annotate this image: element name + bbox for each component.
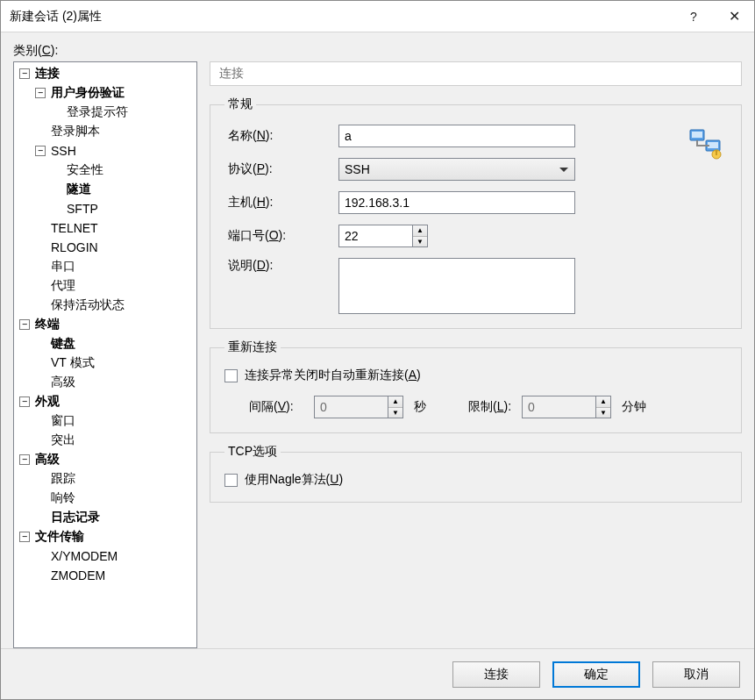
tree-item-highlight[interactable]: 突出 [33, 431, 196, 450]
label-seconds: 秒 [414, 399, 426, 415]
category-label: 类别(C): [13, 43, 742, 59]
dialog-body: 类别(C): −连接 −用户身份验证 登录提示符 [1, 32, 754, 648]
host-input[interactable] [338, 191, 575, 214]
port-input[interactable] [338, 225, 412, 247]
tree-item-terminal[interactable]: −终端 [18, 315, 196, 334]
right-pane: 连接 常规 [210, 61, 742, 648]
tree-item-keepalive[interactable]: 保持活动状态 [33, 296, 196, 315]
network-icon [688, 128, 723, 160]
group-reconnect: 重新连接 连接异常关闭时自动重新连接(A) 间隔(V): ▲▼ [210, 339, 742, 433]
window-title: 新建会话 (2)属性 [10, 9, 673, 25]
tree-item-serial[interactable]: 串口 [33, 257, 196, 276]
tree-item-tunnel[interactable]: 隧道 [49, 180, 196, 199]
help-button[interactable]: ? [673, 1, 714, 32]
titlebar: 新建会话 (2)属性 ? ✕ [1, 1, 754, 32]
tree-item-user-auth[interactable]: −用户身份验证 [33, 83, 196, 103]
tree-item-trace[interactable]: 跟踪 [33, 469, 196, 489]
auto-reconnect-checkbox[interactable] [224, 369, 238, 382]
tree-item-login-script[interactable]: 登录脚本 [33, 122, 196, 141]
group-general-title: 常规 [224, 96, 256, 112]
label-minutes: 分钟 [622, 399, 646, 415]
close-button[interactable]: ✕ [714, 1, 754, 32]
cancel-button[interactable]: 取消 [652, 661, 740, 688]
interval-input [314, 396, 388, 418]
limit-spinner: ▲▼ [522, 396, 611, 418]
ok-button[interactable]: 确定 [552, 661, 640, 688]
label-protocol: 协议(P): [224, 161, 338, 177]
tree-item-connection[interactable]: −连接 [18, 64, 196, 83]
label-description: 说明(D): [224, 258, 338, 274]
interval-spinner: ▲▼ [314, 396, 403, 418]
nagle-label: 使用Nagle算法(U) [245, 472, 343, 488]
auto-reconnect-label: 连接异常关闭时自动重新连接(A) [245, 368, 421, 383]
spin-down-icon: ▼ [388, 408, 402, 418]
tree-item-rlogin[interactable]: RLOGIN [33, 238, 196, 257]
nagle-checkbox[interactable] [224, 474, 238, 487]
group-general: 常规 名称(N): [210, 96, 742, 329]
tree-item-login-prompt[interactable]: 登录提示符 [49, 103, 196, 122]
auto-reconnect-checkbox-row[interactable]: 连接异常关闭时自动重新连接(A) [224, 368, 727, 383]
description-textarea[interactable] [338, 258, 575, 314]
label-interval: 间隔(V): [249, 399, 303, 415]
tree-item-sftp[interactable]: SFTP [49, 199, 196, 218]
name-input[interactable] [338, 125, 575, 147]
tree-item-security[interactable]: 安全性 [49, 161, 196, 180]
tree-item-zmodem[interactable]: ZMODEM [33, 566, 196, 585]
connect-button[interactable]: 连接 [452, 661, 540, 688]
category-tree[interactable]: −连接 −用户身份验证 登录提示符 登录脚本 −SSH [13, 61, 197, 648]
tree-item-bell[interactable]: 响铃 [33, 489, 196, 508]
label-host: 主机(H): [224, 195, 338, 211]
spin-down-icon: ▼ [596, 408, 610, 418]
label-name: 名称(N): [224, 128, 338, 144]
group-reconnect-title: 重新连接 [224, 339, 281, 355]
tree-item-logging[interactable]: 日志记录 [33, 508, 196, 527]
dialog-footer: 连接 确定 取消 [1, 648, 754, 699]
tree-item-vt-mode[interactable]: VT 模式 [33, 354, 196, 373]
tree-item-file-transfer[interactable]: −文件传输 [18, 527, 196, 546]
path-display: 连接 [210, 61, 742, 86]
tree-item-window[interactable]: 窗口 [33, 411, 196, 431]
tree-item-xymodem[interactable]: X/YMODEM [33, 546, 196, 566]
svg-rect-1 [692, 132, 702, 138]
dialog-window: 新建会话 (2)属性 ? ✕ 类别(C): −连接 −用户身份验证 登录提示 [0, 0, 755, 700]
tree-item-proxy[interactable]: 代理 [33, 276, 196, 296]
spin-up-icon: ▲ [388, 396, 402, 408]
spin-up-icon[interactable]: ▲ [413, 225, 427, 237]
svg-rect-5 [716, 152, 717, 155]
port-spinner[interactable]: ▲▼ [338, 225, 428, 247]
nagle-checkbox-row[interactable]: 使用Nagle算法(U) [224, 472, 727, 488]
tree-item-advanced[interactable]: −高级 [18, 450, 196, 469]
group-tcp: TCP选项 使用Nagle算法(U) [210, 444, 742, 503]
spin-down-icon[interactable]: ▼ [413, 237, 427, 247]
label-limit: 限制(L): [468, 399, 511, 415]
tree-item-keyboard[interactable]: 键盘 [33, 334, 196, 354]
tree-item-appearance[interactable]: −外观 [18, 392, 196, 411]
protocol-select[interactable]: SSH [338, 158, 575, 181]
group-tcp-title: TCP选项 [224, 444, 281, 460]
tree-item-ssh[interactable]: −SSH [33, 141, 196, 161]
tree-item-advanced-term[interactable]: 高级 [33, 373, 196, 392]
label-port: 端口号(O): [224, 228, 338, 244]
spin-up-icon: ▲ [596, 396, 610, 408]
svg-point-6 [716, 150, 718, 153]
tree-item-telnet[interactable]: TELNET [33, 218, 196, 238]
limit-input [522, 396, 595, 418]
